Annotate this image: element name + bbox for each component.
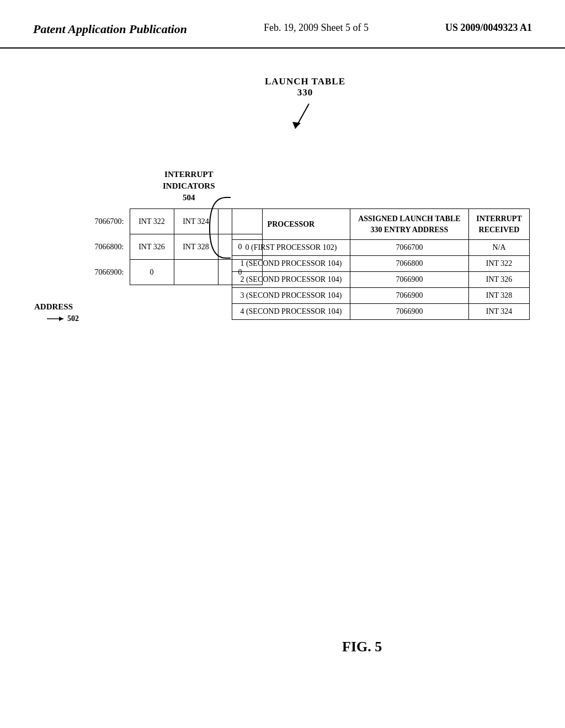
table-row: 3 (SECOND PROCESSOR 104) 7066900 INT 328 [232,288,530,304]
launch-table-arrow [292,101,326,134]
addr-cell: 7066800: [86,234,130,260]
address-cell: 7066900 [350,304,468,320]
processor-cell: 1 (SECOND PROCESSOR 104) [232,256,350,272]
processor-table: PROCESSOR ASSIGNED LAUNCH TABLE330 ENTRY… [232,208,530,320]
interrupt-label-line1: INTERRUPT [163,169,215,180]
table-row: 0 (FIRST PROCESSOR 102) 7066700 N/A [232,240,530,256]
interrupt-label-line2: INDICATORS [163,180,215,192]
svg-marker-1 [292,122,301,129]
date-sheet-info: Feb. 19, 2009 Sheet 5 of 5 [264,22,369,34]
launch-table-title: LAUNCH TABLE [265,76,345,87]
processor-cell: 4 (SECOND PROCESSOR 104) [232,304,350,320]
col-address: ASSIGNED LAUNCH TABLE330 ENTRY ADDRESS [350,209,468,240]
mem-cell: INT 328 [174,234,218,260]
table-row: 4 (SECOND PROCESSOR 104) 7066900 INT 324 [232,304,530,320]
patent-number: US 2009/0049323 A1 [445,22,532,34]
processor-cell: 3 (SECOND PROCESSOR 104) [232,288,350,304]
table-header-row: PROCESSOR ASSIGNED LAUNCH TABLE330 ENTRY… [232,209,530,240]
table-row: 2 (SECOND PROCESSOR 104) 7066900 INT 326 [232,272,530,288]
launch-table-label: LAUNCH TABLE 330 [265,76,345,98]
page-header: Patent Application Publication Feb. 19, … [0,0,565,49]
interrupt-cell: INT 326 [469,272,530,288]
interrupt-cell: N/A [469,240,530,256]
figure-label: FIG. 5 [342,639,382,655]
processor-cell: 2 (SECOND PROCESSOR 104) [232,272,350,288]
interrupt-cell: INT 322 [469,256,530,272]
addr-cell: 7066700: [86,209,130,234]
address-cell: 7066900 [350,272,468,288]
col-processor: PROCESSOR [232,209,350,240]
col-interrupt: INTERRUPTRECEIVED [469,209,530,240]
address-cell: 7066800 [350,256,468,272]
mem-cell [174,260,218,285]
interrupt-cell: INT 328 [469,288,530,304]
address-label: ADDRESS [34,302,73,312]
right-table-container: PROCESSOR ASSIGNED LAUNCH TABLE330 ENTRY… [232,208,530,320]
address-number-text: 502 [67,314,79,323]
address-number: 502 [44,313,79,324]
addr-cell: 7066900: [86,260,130,285]
mem-cell: INT 326 [130,234,174,260]
launch-table-number: 330 [265,87,345,98]
mem-cell: 0 [130,260,174,285]
address-arrow-icon [44,313,66,324]
interrupt-cell: INT 324 [469,304,530,320]
diagram-area: LAUNCH TABLE 330 ADDRESS 502 INTERRUPT I… [0,49,565,710]
svg-marker-3 [59,317,63,321]
mem-cell: INT 322 [130,209,174,234]
processor-cell: 0 (FIRST PROCESSOR 102) [232,240,350,256]
publication-title: Patent Application Publication [33,22,187,36]
mem-cell: INT 324 [174,209,218,234]
address-cell: 7066900 [350,288,468,304]
table-row: 1 (SECOND PROCESSOR 104) 7066800 INT 322 [232,256,530,272]
address-cell: 7066700 [350,240,468,256]
